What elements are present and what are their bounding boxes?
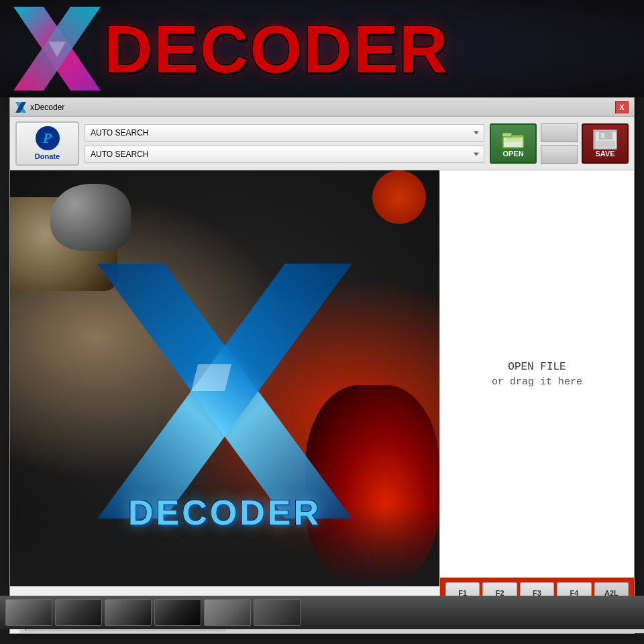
strip-thumb-1: [5, 599, 52, 626]
close-button[interactable]: X: [615, 101, 629, 113]
dropdown-1-wrapper: AUTO SEARCH MANUAL CUSTOM: [85, 124, 484, 142]
image-decoder-text: DECODER: [17, 492, 433, 533]
bottom-thumbnail-strip: [0, 596, 644, 629]
window-title: xDecoder: [30, 103, 615, 112]
strip-thumb-4: [154, 599, 201, 626]
app-window: xDecoder X P Donate AUTO SEARCH MANUAL C…: [9, 97, 635, 634]
donate-button[interactable]: P Donate: [15, 121, 79, 166]
paypal-icon: P: [36, 126, 60, 150]
save-icon: [593, 129, 617, 150]
gray-button-1[interactable]: [541, 123, 578, 142]
right-toolbar: OPEN SAVE: [490, 123, 629, 164]
strip-thumb-2: [55, 599, 102, 626]
titlebar: xDecoder X: [10, 98, 634, 117]
dropdowns-area: AUTO SEARCH MANUAL CUSTOM AUTO SEARCH MA…: [85, 124, 484, 163]
strip-thumb-5: [204, 599, 251, 626]
splash-image: DECODER: [10, 170, 439, 586]
svg-rect-10: [601, 133, 604, 138]
svg-rect-11: [596, 141, 615, 148]
auto-search-dropdown-2[interactable]: AUTO SEARCH MANUAL CUSTOM: [85, 146, 484, 163]
toolbar: P Donate AUTO SEARCH MANUAL CUSTOM AUTO …: [10, 117, 634, 170]
car-background: DECODER: [10, 170, 439, 586]
save-button[interactable]: SAVE: [582, 123, 629, 164]
donate-label: Donate: [35, 152, 60, 160]
x-logo-banner: [13, 7, 101, 91]
app-banner: DECODER: [0, 0, 644, 97]
drag-text: or drag it here: [492, 376, 582, 388]
save-label: SAVE: [595, 150, 614, 158]
dropdown-2-wrapper: AUTO SEARCH MANUAL CUSTOM: [85, 146, 484, 163]
x-center-logo: [97, 264, 352, 519]
right-panel: OPEN FILE or drag it here F1 F2 F3 F4 A2…: [439, 170, 634, 632]
open-label: OPEN: [502, 150, 523, 158]
svg-marker-14: [191, 364, 231, 391]
mid-buttons: [541, 123, 578, 164]
strip-thumb-3: [105, 599, 152, 626]
auto-search-dropdown-1[interactable]: AUTO SEARCH MANUAL CUSTOM: [85, 124, 484, 142]
svg-rect-6: [502, 133, 512, 137]
open-file-text: OPEN FILE: [508, 361, 566, 373]
banner-decoder-text: DECODER: [104, 15, 449, 83]
app-icon: [15, 102, 26, 113]
open-folder-icon: [501, 129, 525, 150]
gray-button-2[interactable]: [541, 145, 578, 164]
file-drop-area[interactable]: OPEN FILE or drag it here: [440, 170, 634, 578]
strip-thumb-6: [254, 599, 301, 626]
open-button[interactable]: OPEN: [490, 123, 537, 164]
main-content: DECODER OPEN FILE or drag it here F1 F2 …: [10, 170, 634, 632]
